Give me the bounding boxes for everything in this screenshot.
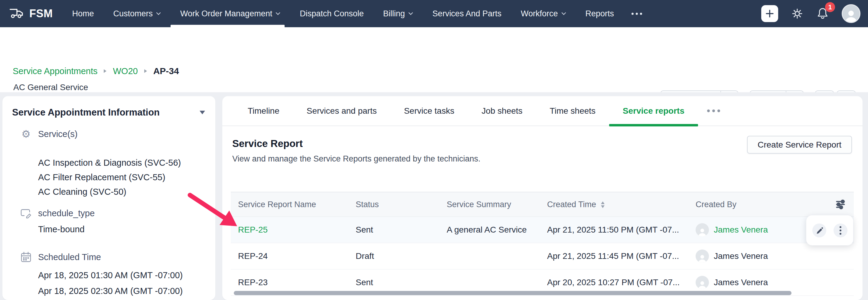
nav-item-workforce[interactable]: Workforce [521,0,566,27]
column-header-summary: Service Summary [447,200,547,209]
breadcrumb-separator-icon [104,69,106,73]
column-settings-button[interactable] [835,199,846,210]
nav-item-customers[interactable]: Customers [114,0,161,27]
created-by-text: James Venera [714,251,768,261]
service-badge-icon: ⚙ [22,129,31,139]
table-row[interactable]: REP-25 Sent A general AC Service Apr 21,… [231,217,854,243]
panel-title: Service Appointment Information [12,107,160,118]
nav-item-home[interactable]: Home [72,0,94,27]
vertical-dots-icon [839,226,842,235]
report-created-by: James Venera [695,276,835,289]
person-icon [698,254,707,263]
plus-icon [765,9,774,18]
truck-icon [9,7,25,20]
brand-name: FSM [29,7,53,20]
nav-item-dispatch-console[interactable]: Dispatch Console [300,0,364,27]
horizontal-scrollbar-thumb[interactable] [234,291,792,295]
report-name-link[interactable]: REP-23 [231,278,356,287]
report-created-time: Apr 21, 2025 11:45 PM (GMT -07... [547,251,695,261]
more-tabs-button[interactable] [698,110,729,112]
tab-service-tasks[interactable]: Service tasks [391,96,468,126]
service-value: AC Cleaning (SVC-50) [38,184,181,199]
chevron-down-icon [156,12,161,15]
chevron-down-icon [408,12,413,15]
nav-utilities: 1 [761,4,861,23]
column-header-status: Status [356,200,447,209]
report-status: Sent [356,225,447,235]
schedule-type-field-values: Time-bound [38,222,85,237]
tab-services-and-parts[interactable]: Services and parts [293,96,391,126]
tab-time-sheets[interactable]: Time sheets [536,96,609,126]
record-detail-panel: Timeline Services and parts Service task… [222,96,863,300]
pencil-icon [815,227,823,234]
scheduled-time-field-label: Scheduled Time [20,251,101,263]
chevron-down-icon [276,12,280,15]
detail-tabs: Timeline Services and parts Service task… [222,96,863,126]
quick-create-button[interactable] [761,5,778,22]
section-title: Service Report [232,138,303,149]
settings-button[interactable] [791,7,804,20]
tab-timeline[interactable]: Timeline [234,96,293,126]
chevron-down-icon [561,12,566,15]
services-field-values: AC Inspection & Diagnosis (SVC-56) AC Fi… [38,155,181,199]
sort-icon[interactable] [601,202,604,208]
tab-job-sheets[interactable]: Job sheets [468,96,536,126]
column-header-created-time[interactable]: Created Time [547,200,695,209]
edit-report-button[interactable] [812,223,826,237]
nav-item-work-order-management[interactable]: Work Order Management [180,0,280,27]
report-status: Sent [356,278,447,287]
nav-item-reports[interactable]: Reports [586,0,614,27]
created-by-text: James Venera [714,278,768,287]
service-reports-table: Service Report Name Status Service Summa… [231,192,854,296]
report-status: Draft [356,251,447,261]
service-value: AC Inspection & Diagnosis (SVC-56) [38,155,181,170]
nav-item-services-and-parts[interactable]: Services And Parts [433,0,501,27]
scheduled-start-value: Apr 18, 2025 01:30 AM (GMT -07:00) [38,267,183,283]
create-service-report-button[interactable]: Create Service Report [747,136,852,154]
tab-service-reports[interactable]: Service reports [609,96,698,126]
more-actions-button[interactable] [834,223,847,237]
breadcrumb-separator-icon [144,69,147,73]
table-row[interactable]: REP-24 Draft Apr 21, 2025 11:45 PM (GMT … [231,243,854,269]
avatar [695,249,709,263]
breadcrumb-service-appointments[interactable]: Service Appointments [13,66,97,76]
schedule-type-value: Time-bound [38,222,85,237]
person-icon [698,228,707,237]
nav-menu: Home Customers Work Order Management Dis… [72,0,642,27]
breadcrumb: Service Appointments WO20 AP-34 [13,66,179,76]
report-created-by: James Venera [695,249,835,263]
ellipsis-icon [631,13,642,15]
notifications-button[interactable]: 1 [816,7,829,20]
breadcrumb-wo20[interactable]: WO20 [113,66,137,76]
person-icon [698,280,707,289]
report-name-link[interactable]: REP-25 [231,225,356,235]
report-summary: A general AC Service [447,225,547,235]
person-icon [844,9,858,22]
gear-icon [791,7,804,20]
report-created-time: Apr 20, 2025 10:27 PM (GMT -07... [547,278,695,287]
main-content: Service Appointment Information ⚙ Servic… [0,92,868,300]
breadcrumb-current: AP-34 [153,66,179,76]
report-name-link[interactable]: REP-24 [231,251,356,261]
column-header-created-by: Created By [695,200,835,209]
app-logo[interactable]: FSM [9,7,53,20]
created-by-link[interactable]: James Venera [714,225,768,235]
avatar [695,223,709,237]
user-avatar[interactable] [842,4,861,23]
appointment-name: AC General Service [13,83,88,92]
sliders-icon [835,199,846,210]
scheduled-time-field-values: Apr 18, 2025 01:30 AM (GMT -07:00) Apr 1… [38,267,183,299]
notification-count-badge: 1 [825,2,835,12]
report-created-time: Apr 21, 2025 11:50 PM (GMT -07... [547,225,695,235]
collapse-caret-icon[interactable] [199,111,205,114]
calendar-icon [20,251,32,263]
services-field-label: ⚙ Service(s) [20,129,78,139]
row-hover-actions [806,215,854,246]
top-navigation: FSM Home Customers Work Order Management… [0,0,868,27]
note-pencil-icon [20,208,32,218]
service-value: AC Filter Replacement (SVC-55) [38,170,181,184]
nav-item-billing[interactable]: Billing [383,0,413,27]
scheduled-end-value: Apr 18, 2025 02:30 AM (GMT -07:00) [38,283,183,299]
avatar [695,276,709,289]
nav-item-more[interactable] [633,0,642,27]
